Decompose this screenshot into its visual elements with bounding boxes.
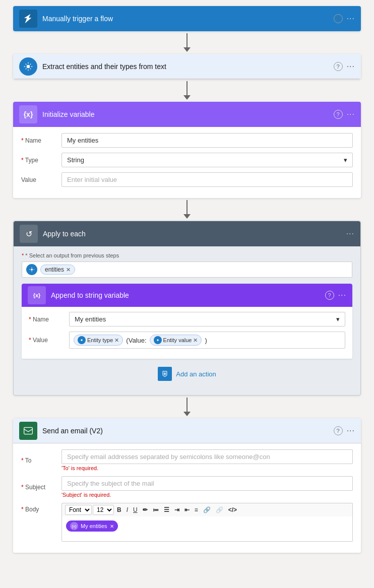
to-input[interactable] (61, 449, 353, 464)
my-entities-remove[interactable]: ✕ (110, 524, 114, 529)
entity-value-pill: Entity value ✕ (150, 335, 202, 346)
value-input[interactable] (61, 172, 353, 187)
name-field-row: Name (21, 133, 353, 148)
entity-type-icon (78, 336, 86, 344)
svg-rect-4 (24, 427, 33, 434)
ol-button[interactable]: ≔ (151, 506, 161, 514)
trigger-help-icon[interactable]: ? (334, 14, 343, 23)
highlight-button[interactable]: ✏ (141, 506, 150, 514)
entity-value-remove[interactable]: ✕ (193, 337, 198, 344)
entity-type-label: Entity type (87, 337, 113, 343)
apply-each-title: Apply to each (43, 230, 346, 238)
append-menu-icon[interactable]: ··· (338, 291, 346, 300)
body-content[interactable]: {x} My entities ✕ (61, 516, 353, 542)
arrow-1 (183, 31, 191, 54)
email-icon (19, 422, 37, 440)
select-output-label: * * Select an output from previous steps (22, 252, 352, 258)
append-card: {x} Append to string variable ? ··· Name… (22, 284, 352, 359)
apply-each-body: * * Select an output from previous steps… (14, 246, 360, 395)
type-label: Type (21, 157, 61, 164)
init-var-header: {x} Initialize variable ? ··· (13, 102, 361, 127)
code-button[interactable]: </> (226, 506, 239, 514)
my-entities-label: My entities (81, 523, 107, 529)
apply-each-container: ↺ Apply to each ··· * * Select an output… (13, 221, 361, 396)
value-parens-close: ) (205, 337, 207, 344)
append-name-select[interactable]: My entities ▾ (69, 312, 345, 326)
ai-header: Extract entities and their types from te… (13, 54, 361, 79)
to-field-row: To 'To' is required. (21, 449, 353, 471)
email-help-icon[interactable]: ? (334, 426, 343, 435)
italic-button[interactable]: I (124, 506, 130, 514)
append-value-field[interactable]: Entity type ✕ (Value: Entity value ✕ (69, 332, 345, 349)
svg-point-1 (31, 269, 33, 271)
apply-each-icon: ↺ (20, 225, 38, 243)
type-field-row: Type String ▾ (21, 153, 353, 167)
bold-button[interactable]: B (115, 506, 123, 514)
trigger-header: Manually trigger a flow ? ··· (13, 6, 361, 31)
entities-pill-remove[interactable]: ✕ (66, 267, 71, 273)
svg-point-0 (27, 64, 30, 68)
type-chevron-icon: ▾ (344, 156, 347, 164)
link-button[interactable]: 🔗 (201, 506, 213, 514)
email-actions: ? ··· (334, 426, 355, 435)
append-help-icon[interactable]: ? (325, 291, 334, 300)
ai-menu-icon[interactable]: ··· (347, 62, 355, 71)
indent-button[interactable]: ⇥ (172, 506, 181, 514)
value-field-row: Value (21, 172, 353, 187)
init-var-help-icon[interactable]: ? (334, 110, 343, 119)
append-name-chevron: ▾ (336, 315, 340, 323)
subject-field-row: Subject 'Subject' is required. (21, 476, 353, 498)
arrow-2 (183, 79, 191, 102)
ai-icon (19, 57, 37, 76)
underline-button[interactable]: U (131, 506, 140, 514)
add-action-icon (158, 367, 172, 381)
trigger-card: Manually trigger a flow ? ··· (13, 6, 361, 31)
trigger-menu-icon[interactable]: ··· (347, 14, 355, 23)
ai-help-icon[interactable]: ? (334, 62, 343, 71)
append-body: Name My entities ▾ Value (22, 307, 352, 359)
append-value-row: Value Entity type ✕ (Value: (29, 332, 345, 349)
email-title: Send an email (V2) (42, 427, 334, 435)
entities-pill-row: entities ✕ (22, 262, 352, 278)
arrow-3 (183, 198, 191, 221)
append-header: {x} Append to string variable ? ··· (22, 284, 352, 307)
to-error: 'To' is required. (61, 465, 353, 471)
name-input[interactable] (61, 133, 353, 148)
entity-value-icon (154, 336, 162, 344)
email-menu-icon[interactable]: ··· (347, 426, 355, 435)
entity-type-pill: Entity type ✕ (74, 335, 123, 346)
trigger-actions: ? ··· (334, 14, 355, 23)
arrow-4 (183, 396, 191, 418)
svg-point-2 (81, 339, 82, 341)
outdent-button[interactable]: ⇤ (182, 506, 192, 514)
apply-each-menu-icon[interactable]: ··· (346, 229, 354, 238)
align-button[interactable]: ≡ (193, 506, 200, 514)
subject-input[interactable] (61, 476, 353, 491)
trigger-icon (19, 10, 37, 28)
value-parens-open: (Value: (126, 337, 146, 344)
my-entities-icon: {x} (70, 522, 78, 530)
font-select[interactable]: Font (65, 505, 92, 515)
ul-button[interactable]: ☰ (162, 506, 171, 514)
append-icon: {x} (28, 286, 46, 304)
email-body: To 'To' is required. Subject 'Subject' i… (13, 443, 361, 553)
append-title: Append to string variable (51, 291, 325, 299)
trigger-title: Manually trigger a flow (42, 15, 334, 23)
add-action-button[interactable]: Add an action (22, 359, 352, 389)
to-label: To (21, 457, 61, 464)
svg-point-3 (157, 339, 158, 341)
font-size-select[interactable]: 12 (93, 505, 114, 515)
entity-value-label: Entity value (163, 337, 192, 343)
entities-icon (26, 264, 37, 275)
type-select[interactable]: String ▾ (61, 153, 353, 167)
value-label: Value (21, 176, 61, 183)
add-action-label: Add an action (176, 370, 216, 378)
body-label: Body (21, 503, 61, 513)
apply-each-actions: ··· (346, 229, 354, 238)
entity-type-remove[interactable]: ✕ (114, 337, 119, 344)
apply-each-header: ↺ Apply to each ··· (14, 221, 360, 246)
unlink-button[interactable]: 🔗 (214, 506, 225, 514)
entities-pill: entities ✕ (40, 265, 75, 275)
init-var-menu-icon[interactable]: ··· (347, 110, 355, 119)
init-var-title: Initialize variable (42, 110, 334, 118)
